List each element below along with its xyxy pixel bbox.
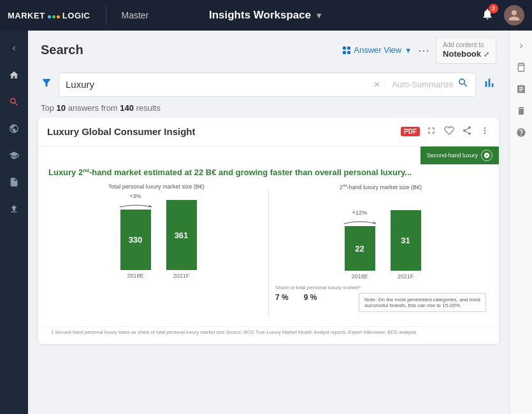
bar-330: 330 [120, 210, 151, 270]
expand-card-button[interactable] [426, 125, 436, 138]
search-bar-row: × Auto-Summarize [28, 68, 509, 102]
svg-marker-1 [373, 222, 376, 224]
card-title: Luxury Global Consumer Insight [47, 126, 394, 137]
nav-divider [106, 6, 106, 25]
growth-label-right: +12% [352, 210, 367, 216]
top-nav: MARKET LOGIC Master Insights Workspace ▼… [0, 0, 532, 31]
left-chart-col: Total personal luxury market size (B€) +… [45, 183, 268, 324]
bar-2018e-left: +3% 330 2018E [117, 193, 155, 279]
favorite-button[interactable] [444, 125, 454, 138]
chart-title: Luxury 2nd-hand market estimated at 22 B… [45, 167, 492, 179]
card-header: Luxury Global Consumer Insight PDF [38, 118, 499, 146]
chart-footnote: 1 Second-hand personal luxury takes as s… [45, 326, 492, 338]
share-2018: 7 % [275, 293, 289, 302]
card-actions [426, 125, 490, 138]
nav-right: 2 [481, 5, 524, 25]
badge-circle-icon [481, 150, 492, 161]
more-options-button[interactable]: ⋯ [418, 43, 429, 57]
growth-arrow-right [341, 218, 379, 225]
grid-icon [343, 46, 350, 54]
sidebar-collapse-btn[interactable] [3, 37, 25, 60]
growth-arrow-left [117, 202, 155, 208]
filter-icon[interactable] [41, 77, 52, 92]
right-sidebar-help-icon[interactable] [512, 124, 530, 141]
sidebar-item-home[interactable] [3, 64, 25, 87]
notebook-btn-content: Add content to Notebook ⤢ [443, 41, 489, 60]
right-sidebar-notebook-icon[interactable] [512, 59, 530, 76]
sidebar-item-docs[interactable] [3, 171, 25, 194]
dot3 [57, 15, 60, 18]
right-sidebar-trash-icon[interactable] [512, 102, 530, 120]
notebook-expand-icon: ⤢ [484, 50, 489, 59]
avatar[interactable] [504, 5, 524, 25]
bar-2018e-right: +12% 22 2018E [341, 210, 379, 280]
right-chart-col: 2nd-hand luxury market size (B€) +12% [269, 183, 492, 324]
more-card-options-button[interactable] [480, 125, 490, 138]
master-label: Master [122, 10, 149, 20]
search-input[interactable] [66, 79, 374, 90]
clear-search-button[interactable]: × [374, 79, 380, 90]
svg-marker-0 [148, 205, 152, 207]
sidebar-item-learning[interactable] [3, 144, 25, 167]
bar-2021f-right: 31 2021F [391, 210, 421, 280]
share-row: 7 % 9 % Note: On the most penetrated cat… [275, 293, 486, 312]
content-area: Search Answer View ▼ ⋯ Add content to No [28, 31, 509, 414]
sidebar-item-upload[interactable] [3, 197, 25, 220]
bar-2021f-left: 361 2021F [166, 200, 197, 279]
bar-22: 22 [345, 226, 375, 271]
search-header: Search Answer View ▼ ⋯ Add content to No [28, 31, 509, 68]
avatar-icon [508, 9, 521, 22]
results-count: Top 10 answers from 140 results [28, 102, 509, 118]
logo-area: MARKET LOGIC Master [8, 6, 148, 25]
results-area: Luxury Global Consumer Insight PDF [28, 118, 509, 414]
right-sidebar-collapse-btn[interactable] [512, 37, 530, 55]
charts-row: Total personal luxury market size (B€) +… [45, 183, 492, 324]
dot1 [48, 15, 51, 18]
chart-preview-area: Second-hand luxury Luxury 2nd-hand marke… [38, 146, 499, 344]
search-actions: Answer View ▼ ⋯ Add content to Notebook … [343, 37, 496, 64]
search-input-wrap: × Auto-Summarize [59, 73, 476, 97]
share-button[interactable] [462, 125, 472, 138]
growth-label-left: +3% [129, 193, 141, 199]
card-preview: Second-hand luxury Luxury 2nd-hand marke… [38, 146, 499, 344]
left-bars: +3% 330 2018E [117, 196, 197, 279]
left-sidebar [0, 31, 28, 414]
page-title: Search [41, 43, 83, 57]
total-count: 140 [120, 103, 134, 113]
share-area: Share of total personal luxury market* 7… [275, 285, 486, 312]
auto-summarize-label: Auto-Summarize [385, 80, 454, 89]
main-layout: Search Answer View ▼ ⋯ Add content to No [0, 31, 532, 414]
right-bars: +12% 22 2018E [341, 197, 421, 280]
right-sidebar [509, 31, 532, 414]
left-chart-title: Total personal luxury market size (B€) [108, 183, 205, 190]
sidebar-item-globe[interactable] [3, 117, 25, 140]
right-sidebar-clipboard-icon[interactable] [512, 80, 530, 98]
workspace-dropdown-arrow[interactable]: ▼ [315, 11, 323, 20]
result-card: Luxury Global Consumer Insight PDF [38, 118, 499, 344]
second-hand-badge: Second-hand luxury [421, 146, 499, 164]
chart-view-button[interactable] [482, 76, 496, 94]
logo-text: MARKET LOGIC [8, 11, 90, 20]
right-chart-title: 2nd-hand luxury market size (B€) [340, 183, 422, 190]
notification-badge: 2 [489, 4, 498, 13]
add-to-notebook-button[interactable]: Add content to Notebook ⤢ [436, 37, 496, 64]
sidebar-item-search[interactable] [3, 90, 25, 113]
answer-view-button[interactable]: Answer View ▼ [343, 45, 412, 55]
chart-content: Second-hand luxury Luxury 2nd-hand marke… [38, 146, 499, 344]
answer-view-arrow: ▼ [405, 46, 412, 54]
bar-31: 31 [391, 210, 421, 271]
search-button[interactable] [457, 77, 469, 92]
share-label: Share of total personal luxury market* [275, 285, 486, 290]
notifications-button[interactable]: 2 [481, 8, 494, 24]
logo-dots [48, 15, 60, 18]
dot2 [52, 15, 55, 18]
share-2021: 9 % [304, 293, 317, 302]
top-count: 10 [57, 103, 66, 113]
workspace-title[interactable]: Insights Workspace ▼ [209, 9, 323, 22]
note-box: Note: On the most penetrated categories,… [359, 293, 486, 312]
pdf-badge: PDF [401, 127, 420, 136]
bar-361: 361 [166, 200, 197, 270]
